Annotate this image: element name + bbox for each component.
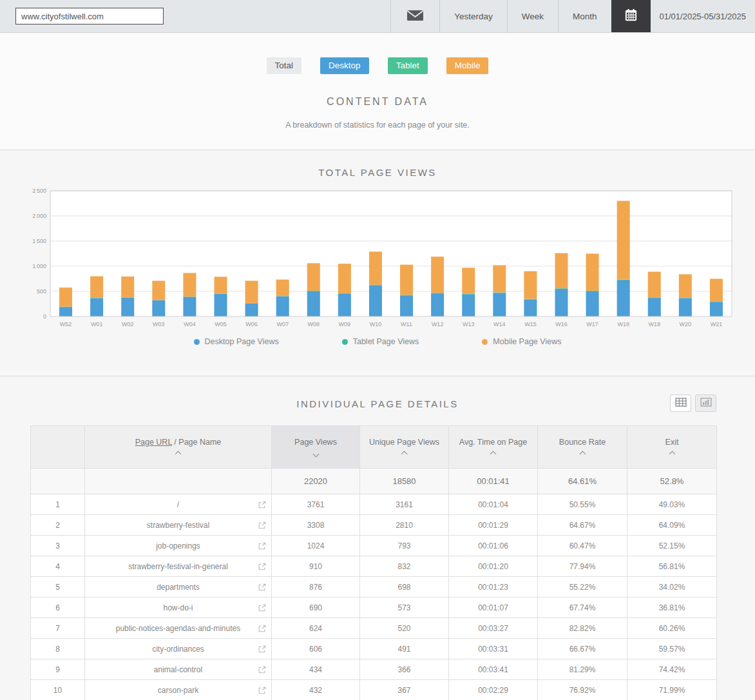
bar-segment[interactable] [648, 272, 661, 298]
bar-segment[interactable] [555, 288, 568, 289]
email-report-button[interactable] [390, 0, 439, 32]
bar-segment[interactable] [555, 253, 568, 289]
individual-page-details-section: INDIVIDUAL PAGE DETAILS [0, 376, 755, 700]
bar-segment[interactable] [245, 281, 258, 304]
bar-segment[interactable] [524, 299, 537, 316]
month-button[interactable]: Month [558, 0, 611, 32]
external-link-icon[interactable] [258, 583, 266, 591]
header-bounce-rate[interactable]: Bounce Rate [538, 426, 627, 469]
external-link-icon[interactable] [258, 666, 266, 674]
bar-segment[interactable] [431, 293, 444, 316]
header-avg-time-on-page[interactable]: Avg. Time on Page [449, 426, 538, 469]
site-url-input[interactable] [15, 8, 164, 24]
filter-button-desktop[interactable]: Desktop [320, 57, 369, 74]
chart-view-button[interactable] [695, 394, 716, 412]
pageviews-chart: 05001 0001 5002 0002 500W52W01W02W03W04W… [30, 189, 736, 332]
header-unique-page-views[interactable]: Unique Page Views [360, 426, 449, 469]
bar-segment[interactable] [59, 307, 72, 316]
legend-item-mobile[interactable]: Mobile Page Views [482, 337, 561, 346]
bar-segment[interactable] [648, 298, 661, 316]
bar-segment[interactable] [431, 257, 444, 293]
bar-segment[interactable] [215, 294, 227, 316]
bar-segment[interactable] [59, 287, 72, 307]
x-tick-label: W02 [122, 321, 134, 327]
bar-segment[interactable] [679, 298, 692, 316]
external-link-icon[interactable] [258, 563, 266, 570]
bar-segment[interactable] [586, 254, 599, 291]
bar-segment[interactable] [462, 294, 475, 295]
bar-segment[interactable] [493, 265, 506, 292]
week-button[interactable]: Week [507, 0, 558, 32]
bar-segment[interactable] [307, 291, 320, 291]
legend-item-tablet[interactable]: Tablet Page Views [342, 337, 419, 346]
bar-segment[interactable] [524, 271, 537, 299]
bar-segment[interactable] [400, 265, 413, 295]
bar-segment[interactable] [338, 293, 351, 294]
bar-segment[interactable] [121, 277, 134, 297]
external-link-icon[interactable] [258, 625, 266, 632]
bar-segment[interactable] [338, 294, 351, 316]
bar-segment[interactable] [524, 299, 537, 300]
header-page-views[interactable]: Page Views [272, 426, 360, 469]
filter-button-total[interactable]: Total [267, 57, 302, 74]
bar-segment[interactable] [215, 277, 227, 293]
external-link-icon[interactable] [258, 645, 266, 653]
bar-segment[interactable] [462, 295, 475, 316]
bar-segment[interactable] [493, 293, 506, 316]
svg-text:0: 0 [43, 313, 46, 320]
bar-segment[interactable] [245, 304, 258, 316]
bar-segment[interactable] [586, 291, 599, 316]
bar-segment[interactable] [462, 267, 475, 294]
bar-segment[interactable] [710, 279, 723, 302]
header-exit[interactable]: Exit [627, 426, 717, 469]
filter-button-tablet[interactable]: Tablet [388, 57, 428, 74]
table-view-button[interactable] [670, 394, 691, 412]
bar-segment[interactable] [152, 281, 165, 300]
table-row: 6how-do-i69057300:01:0767.74%36.81% [31, 598, 717, 618]
bar-segment[interactable] [183, 273, 196, 297]
bar-segment[interactable] [431, 293, 444, 293]
calendar-button[interactable] [611, 0, 651, 32]
cell-bounce-rate: 66.67% [538, 639, 627, 659]
x-tick-label: W19 [649, 321, 661, 327]
bar-segment[interactable] [555, 289, 568, 316]
bar-segment[interactable] [400, 295, 413, 295]
bar-segment[interactable] [338, 264, 351, 293]
bar-segment[interactable] [369, 286, 382, 316]
bar-segment[interactable] [493, 293, 506, 293]
bar-segment[interactable] [586, 291, 599, 291]
external-link-icon[interactable] [258, 501, 266, 509]
external-link-icon[interactable] [258, 604, 266, 612]
bar-segment[interactable] [307, 291, 320, 316]
bar-segment[interactable] [121, 298, 134, 316]
page-url-link[interactable]: Page URL [135, 438, 172, 447]
bar-segment[interactable] [679, 274, 692, 298]
external-link-icon[interactable] [258, 521, 266, 529]
external-link-icon[interactable] [258, 542, 266, 550]
bar-segment[interactable] [307, 263, 320, 291]
bar-segment[interactable] [183, 297, 196, 316]
filter-button-mobile[interactable]: Mobile [446, 57, 489, 74]
yesterday-button[interactable]: Yesterday [439, 0, 507, 32]
cell-unique-views: 367 [360, 680, 449, 700]
bar-segment[interactable] [617, 201, 630, 280]
bar-segment[interactable] [648, 297, 661, 298]
legend-item-desktop[interactable]: Desktop Page Views [194, 337, 279, 346]
x-tick-label: W09 [339, 321, 351, 327]
header-page-url[interactable]: Page URL / Page Name [85, 426, 272, 469]
external-link-icon[interactable] [258, 686, 266, 694]
cell-avg-time: 00:01:29 [449, 515, 538, 536]
bar-segment[interactable] [90, 277, 103, 298]
cell-exit: 34.02% [627, 577, 717, 598]
date-range[interactable]: 01/01/2025-05/31/2025 [651, 0, 755, 32]
bar-segment[interactable] [369, 251, 382, 284]
bar-segment[interactable] [90, 298, 103, 316]
bar-segment[interactable] [152, 300, 165, 316]
bar-segment[interactable] [369, 285, 382, 286]
bar-segment[interactable] [276, 280, 289, 297]
bar-segment[interactable] [617, 280, 630, 280]
bar-segment[interactable] [276, 297, 289, 316]
bar-segment[interactable] [710, 302, 723, 316]
bar-segment[interactable] [617, 280, 630, 316]
bar-segment[interactable] [400, 295, 413, 316]
